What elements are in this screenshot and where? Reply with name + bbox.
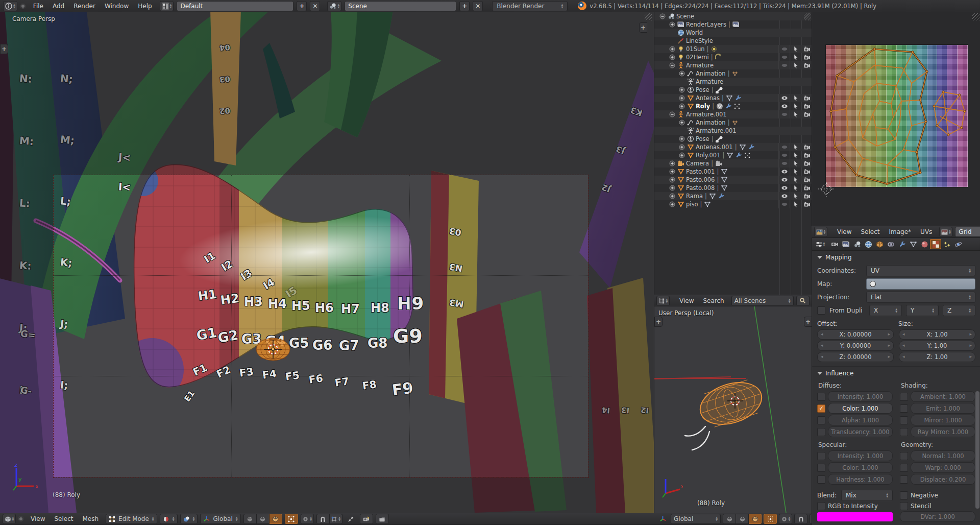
- plus-expander[interactable]: [678, 103, 685, 110]
- specular-slider[interactable]: Color: 1.000: [828, 462, 893, 473]
- renderability-toggle[interactable]: [801, 102, 812, 110]
- selectability-toggle[interactable]: [790, 143, 801, 151]
- blend-select[interactable]: Mix ▲▼: [841, 490, 893, 501]
- shading-slider[interactable]: Mirror: 1.000: [911, 415, 975, 425]
- outliner-row-02hemi[interactable]: 02Hemi|: [654, 53, 812, 61]
- plus-expander[interactable]: [669, 168, 676, 175]
- plus-expander[interactable]: [669, 184, 676, 192]
- menu-help[interactable]: Help: [133, 2, 156, 11]
- visibility-eye-toggle[interactable]: [778, 143, 790, 151]
- renderability-toggle[interactable]: [801, 45, 812, 53]
- shading-slider[interactable]: Ambient: 1.000: [911, 391, 975, 402]
- renderability-toggle[interactable]: [801, 200, 812, 208]
- minus-expander[interactable]: [659, 13, 666, 20]
- properties-tab-texture[interactable]: [930, 239, 941, 249]
- viewport-shading-select[interactable]: ▲▼: [160, 514, 178, 524]
- properties-tab-renderlayers[interactable]: [840, 239, 851, 249]
- outliner-row-renderlayers[interactable]: RenderLayers|: [654, 20, 812, 29]
- outliner-row-animation[interactable]: Animation|: [654, 118, 812, 127]
- renderability-toggle[interactable]: [801, 159, 812, 168]
- properties-tab-render[interactable]: [829, 239, 840, 249]
- offset-field[interactable]: ◂X: 0.00000▸: [817, 329, 894, 340]
- plus-expander[interactable]: [678, 70, 685, 77]
- properties-tab-modifiers[interactable]: [896, 239, 908, 249]
- plus-expander[interactable]: [678, 144, 685, 151]
- outliner-row-pose[interactable]: Pose|: [654, 135, 812, 143]
- diffuse-checkbox[interactable]: [817, 428, 825, 436]
- properties-tab-scene[interactable]: [851, 239, 863, 249]
- editor-type-properties-button[interactable]: ▲▼: [814, 240, 826, 249]
- shading-checkbox[interactable]: [900, 416, 908, 424]
- image-name-field[interactable]: Grid: [955, 227, 980, 237]
- renderability-toggle[interactable]: [801, 110, 812, 118]
- menu-render[interactable]: Render: [69, 2, 100, 11]
- selectability-toggle[interactable]: [790, 176, 801, 184]
- properties-tab-data[interactable]: [908, 239, 919, 249]
- menu-window[interactable]: Window: [100, 2, 133, 11]
- outliner-row-pose[interactable]: Pose|: [654, 86, 812, 94]
- delete-layout-button[interactable]: ✕: [310, 1, 320, 11]
- plus-expander[interactable]: [669, 201, 676, 208]
- stencil-checkbox[interactable]: [900, 502, 908, 510]
- proportional-edit-select[interactable]: ▲▼: [180, 514, 198, 524]
- selectability-toggle[interactable]: [790, 200, 801, 208]
- plus-expander[interactable]: [678, 94, 685, 102]
- stepper-arrows[interactable]: ▲▼: [170, 4, 172, 9]
- render-engine-select[interactable]: Blender Render ▲▼: [492, 1, 568, 11]
- outliner-row-pasto-001[interactable]: Pasto.001|: [654, 168, 812, 176]
- outliner-row-pasto-008[interactable]: Pasto.008|: [654, 184, 812, 192]
- minus-expander[interactable]: [669, 62, 676, 69]
- toolshelf-expand-button[interactable]: +: [0, 44, 8, 54]
- diffuse-checkbox[interactable]: [817, 416, 825, 424]
- specular-checkbox[interactable]: [817, 464, 825, 472]
- outliner-menu-search[interactable]: Search: [698, 296, 728, 305]
- renderability-toggle[interactable]: [801, 168, 812, 176]
- uv-menu-image[interactable]: Image*: [885, 227, 916, 236]
- visibility-eye-toggle[interactable]: [778, 45, 790, 53]
- selectability-toggle[interactable]: [790, 151, 801, 159]
- shading-checkbox[interactable]: [900, 428, 908, 436]
- diffuse-slider[interactable]: Alpha: 1.000: [828, 415, 893, 425]
- selectability-toggle[interactable]: [790, 45, 801, 53]
- outliner-row-roly-001[interactable]: Roly.001|: [654, 151, 812, 159]
- area-corner-grip[interactable]: [804, 13, 811, 20]
- outliner-row-antenas-001[interactable]: Antenas.001|: [654, 143, 812, 151]
- uv-menu-select[interactable]: Select: [856, 227, 884, 236]
- properties-tab-material[interactable]: [919, 239, 930, 249]
- selectability-toggle[interactable]: [790, 102, 801, 110]
- size-field[interactable]: ◂Z: 1.00▸: [899, 352, 975, 362]
- outliner-search-button[interactable]: [796, 296, 810, 306]
- plus-expander[interactable]: [669, 160, 676, 167]
- outliner-row-antenas[interactable]: Antenas|: [654, 94, 812, 102]
- shading-slider[interactable]: Emit: 1.000: [911, 403, 975, 414]
- translate-manipulator-button[interactable]: [723, 514, 736, 524]
- blend-color-swatch[interactable]: [817, 512, 893, 521]
- selectability-toggle[interactable]: [790, 61, 801, 69]
- rgb-to-intensity-checkbox[interactable]: [817, 502, 825, 510]
- visibility-eye-toggle[interactable]: [778, 192, 790, 200]
- renderability-toggle[interactable]: [801, 192, 812, 200]
- offset-field[interactable]: ◂Y: 0.00000▸: [817, 341, 894, 351]
- screen-layout-browse-button[interactable]: ▲▼: [160, 1, 174, 11]
- screen-layout-name-field[interactable]: Default: [177, 1, 293, 11]
- from-dupli-checkbox[interactable]: [817, 306, 825, 315]
- specular-slider[interactable]: Hardness: 1.000: [828, 474, 893, 485]
- geometry-checkbox[interactable]: [900, 464, 908, 472]
- geometry-checkbox[interactable]: [900, 475, 908, 484]
- delete-scene-button[interactable]: ✕: [473, 1, 483, 11]
- uv-image-editor[interactable]: [812, 12, 980, 226]
- visibility-eye-toggle[interactable]: [778, 159, 790, 168]
- diffuse-slider[interactable]: Intensity: 1.000: [828, 391, 893, 402]
- viewport-menu-view[interactable]: View: [26, 514, 50, 523]
- visibility-eye-toggle[interactable]: [778, 200, 790, 208]
- scale-manipulator-button[interactable]: [749, 514, 762, 524]
- plus-expander[interactable]: [669, 54, 676, 61]
- visibility-eye-toggle[interactable]: [778, 53, 790, 61]
- npanel-expand-button[interactable]: +: [804, 317, 812, 327]
- size-field[interactable]: ◂Y: 1.00▸: [899, 341, 975, 351]
- properties-tab-particles[interactable]: [941, 239, 952, 249]
- axis-select-y[interactable]: Y▲▼: [906, 305, 939, 316]
- editor-type-info-button[interactable]: ▲▼: [3, 1, 17, 11]
- map-select[interactable]: [866, 278, 975, 290]
- opengl-render-anim-button[interactable]: [376, 514, 389, 524]
